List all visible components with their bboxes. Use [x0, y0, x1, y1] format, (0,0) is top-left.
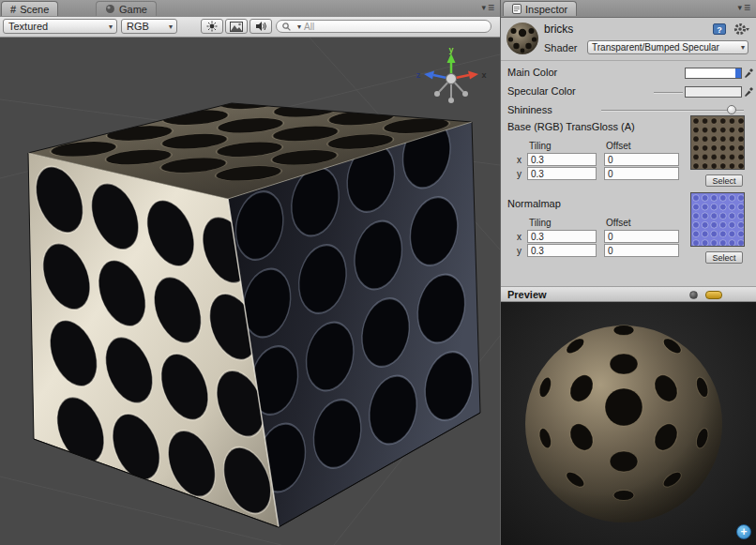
preview-add-button[interactable]: +	[736, 524, 751, 539]
tab-game[interactable]: Game	[96, 1, 157, 16]
inspector-tab-icon	[512, 4, 522, 14]
gizmo-y-cone	[447, 53, 456, 63]
gizmo-z-label: z	[416, 70, 421, 80]
normal-offset-header: Offset	[606, 218, 631, 228]
inspector-tab-label: Inspector	[525, 4, 567, 15]
inspector-pane-menu-icon[interactable]: ▾≡	[737, 3, 751, 12]
gizmo-x-label: x	[481, 70, 486, 80]
scene-toolbar: Textured ▾ RGB ▾	[0, 17, 500, 38]
shininess-slider-track[interactable]	[601, 110, 744, 112]
scene-tab-label: Scene	[20, 4, 49, 15]
specular-color-swatch[interactable]	[685, 86, 742, 98]
tab-inspector[interactable]: Inspector	[503, 1, 577, 16]
normal-x-label: x	[517, 232, 522, 242]
base-tiling-y-input[interactable]	[527, 167, 597, 180]
scene-orientation-gizmo[interactable]: y x z	[412, 45, 491, 111]
shader-label: Shader	[544, 42, 577, 53]
image-icon	[230, 22, 243, 32]
gizmo-center-knob[interactable]	[446, 74, 457, 84]
scene-effects-toggle[interactable]	[225, 19, 248, 34]
scene-audio-toggle[interactable]	[249, 19, 272, 34]
scene-3d-render	[0, 38, 500, 545]
base-y-label: y	[517, 169, 522, 179]
base-map-thumbnail[interactable]	[690, 115, 745, 170]
eyedropper-icon[interactable]	[744, 85, 753, 98]
normal-map-thumbnail[interactable]	[690, 192, 745, 247]
material-preview-icon	[505, 21, 540, 56]
chevron-down-icon: ▾	[169, 23, 173, 31]
normal-map-select-button[interactable]: Select	[705, 251, 743, 264]
game-tab-label: Game	[119, 4, 147, 15]
material-name: bricks	[544, 23, 573, 36]
gear-icon[interactable]	[733, 23, 750, 36]
material-preview-viewport[interactable]: +	[501, 302, 756, 545]
normal-y-label: y	[517, 246, 522, 256]
normal-offset-y-input[interactable]	[604, 244, 679, 257]
base-offset-x-input[interactable]	[604, 153, 679, 166]
shininess-slider-thumb[interactable]	[727, 105, 736, 114]
material-header: bricks Shader Transparent/Bumped Specula…	[501, 17, 756, 61]
speaker-icon	[255, 21, 267, 32]
inspector-tabbar: Inspector ▾≡	[501, 0, 756, 18]
inspector-pane: Inspector ▾≡ bricks Sh	[500, 0, 756, 545]
gizmo-negative-axis-cone	[462, 91, 468, 97]
specular-track	[654, 92, 683, 94]
draw-mode-dropdown[interactable]: Textured ▾	[3, 19, 117, 34]
svg-text:?: ?	[717, 25, 722, 35]
scene-pane: # Scene Game ▾≡ Textured ▾ RGB ▾	[0, 0, 500, 545]
search-icon	[282, 23, 291, 31]
help-icon[interactable]: ?	[713, 23, 727, 36]
preview-model-toggle[interactable]	[689, 291, 698, 299]
eyedropper-icon[interactable]	[744, 67, 753, 79]
sun-icon	[206, 21, 218, 32]
gizmo-y-label: y	[448, 45, 453, 54]
base-offset-header: Offset	[606, 141, 631, 151]
shininess-label: Shininess	[507, 104, 552, 115]
specular-color-label: Specular Color	[507, 85, 576, 97]
scene-viewport[interactable]: y x z	[0, 38, 500, 545]
preview-sphere	[501, 302, 756, 545]
main-color-picker-tag	[735, 68, 741, 78]
main-color-swatch[interactable]	[685, 68, 742, 79]
unity-editor-window: # Scene Game ▾≡ Textured ▾ RGB ▾	[0, 0, 756, 545]
gizmo-negative-axis-cone	[434, 91, 440, 97]
gizmo-z-cone	[424, 71, 434, 80]
render-channels-dropdown[interactable]: RGB ▾	[121, 19, 177, 34]
base-map-title: Base (RGB) TransGloss (A)	[507, 121, 635, 132]
normal-tiling-x-input[interactable]	[527, 230, 597, 243]
normal-offset-x-input[interactable]	[604, 230, 679, 243]
base-tiling-x-input[interactable]	[527, 153, 597, 166]
chevron-down-icon: ▾	[109, 23, 113, 31]
base-map-select-button[interactable]: Select	[705, 174, 743, 187]
scene-pane-menu-icon[interactable]: ▾≡	[481, 3, 495, 12]
gizmo-negative-axis-cone	[448, 98, 454, 103]
base-tiling-header: Tiling	[529, 141, 552, 151]
shader-dropdown[interactable]: Transparent/Bumped Specular ▾	[587, 40, 748, 54]
preview-light-toggle[interactable]	[705, 291, 722, 299]
preview-header[interactable]: Preview	[501, 286, 756, 302]
main-color-label: Main Color	[507, 67, 557, 78]
search-filter-label: All	[304, 22, 314, 32]
scene-tabbar: # Scene Game ▾≡	[0, 0, 500, 18]
normal-map-title: Normalmap	[507, 198, 561, 209]
normal-tiling-y-input[interactable]	[527, 244, 597, 257]
normal-tiling-header: Tiling	[529, 218, 552, 228]
scene-tab-icon: #	[10, 4, 16, 15]
base-x-label: x	[517, 155, 522, 165]
tab-scene[interactable]: # Scene	[1, 1, 58, 16]
preview-title: Preview	[507, 289, 547, 300]
search-filter-arrow-icon: ▾	[297, 23, 301, 31]
base-offset-y-input[interactable]	[604, 167, 679, 180]
scene-search[interactable]: ▾ All	[276, 20, 491, 33]
game-tab-icon	[105, 4, 115, 14]
chevron-down-icon: ▾	[741, 43, 745, 52]
gizmo-x-cone	[468, 71, 478, 80]
scene-lighting-toggle[interactable]	[201, 19, 223, 34]
